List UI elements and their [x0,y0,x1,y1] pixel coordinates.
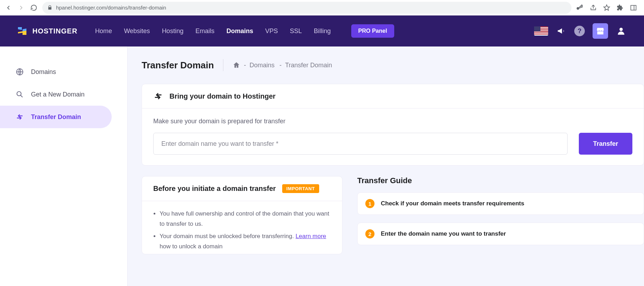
input-row: Transfer [153,133,632,155]
home-icon[interactable] [233,61,240,69]
store-icon[interactable] [593,23,608,39]
guide-title: Transfer Guide [357,176,644,185]
two-col: Before you initiate a domain transfer IM… [142,176,644,254]
crumb-transfer: Transfer Domain [285,62,332,69]
sidebar-label: Transfer Domain [31,113,81,121]
guide-step-2[interactable]: 2 Enter the domain name you want to tran… [357,223,644,245]
before-card: Before you initiate a domain transfer IM… [142,176,342,254]
sidebar-item-get-new-domain[interactable]: Get a New Domain [0,83,112,106]
transfer-icon [16,113,24,121]
browser-forward-button[interactable] [17,4,25,12]
browser-address-bar[interactable]: hpanel.hostinger.com/domains/transfer-do… [42,2,571,14]
guide-step-1[interactable]: 1 Check if your domain meets transfer re… [357,192,644,215]
nav-links: Home Websites Hosting Emails Domains VPS… [95,27,331,35]
profile-icon[interactable] [616,26,626,36]
bullet-1: You have full ownership and control of t… [160,209,331,229]
learn-more-link[interactable]: Learn more [296,233,326,240]
svg-point-3 [619,28,623,31]
share-icon[interactable] [590,4,597,11]
card-hint: Make sure your domain is prepared for tr… [153,118,632,125]
logo-icon [17,26,27,36]
lock-icon [47,5,52,10]
step-number: 1 [365,199,374,208]
guide-text: Enter the domain name you want to transf… [381,230,506,237]
search-icon [16,90,24,99]
star-icon[interactable] [603,4,610,11]
brand-name: HOSTINGER [32,27,78,35]
globe-icon [16,68,24,76]
sidebar: Domains Get a New Domain Transfer Domain [0,46,128,286]
browser-reload-button[interactable] [30,4,38,12]
sidebar-item-domains[interactable]: Domains [0,61,112,83]
nav-emails[interactable]: Emails [196,27,215,35]
main-content: Transfer Domain - Domains - Transfer Dom… [128,46,644,286]
step-number: 2 [365,229,374,238]
bullet-2: Your domain must be unlocked before tran… [160,231,331,252]
browser-url: hpanel.hostinger.com/domains/transfer-do… [56,5,166,11]
before-header: Before you initiate a domain transfer IM… [142,176,342,201]
guide-text: Check if your domain meets transfer requ… [381,200,524,207]
sidebar-label: Get a New Domain [31,91,85,98]
browser-toolbar-icons [576,4,640,12]
breadcrumb: - Domains - Transfer Domain [223,59,332,71]
browser-chrome: hpanel.hostinger.com/domains/transfer-do… [0,0,644,15]
layout: Domains Get a New Domain Transfer Domain… [0,46,644,286]
crumb-sep: - [244,62,246,69]
locale-flag-us[interactable] [534,26,548,36]
logo[interactable]: HOSTINGER [17,26,78,36]
announcement-icon[interactable] [556,26,566,36]
topnav-right: ? [534,23,626,39]
nav-hosting[interactable]: Hosting [162,27,184,35]
transfer-card: Bring your domain to Hostinger Make sure… [142,84,644,166]
crumb-domains[interactable]: Domains [249,62,274,69]
nav-ssl[interactable]: SSL [290,27,302,35]
transfer-button[interactable]: Transfer [579,133,632,155]
extensions-icon[interactable] [617,4,624,11]
nav-billing[interactable]: Billing [314,27,331,35]
sidebar-item-transfer-domain[interactable]: Transfer Domain [0,106,112,128]
panel-icon[interactable] [630,4,637,11]
card-title: Bring your domain to Hostinger [169,92,275,100]
domain-input[interactable] [153,133,568,155]
svg-point-5 [17,92,21,96]
nav-websites[interactable]: Websites [124,27,150,35]
before-title: Before you initiate a domain transfer [153,185,276,193]
nav-domains[interactable]: Domains [227,27,253,35]
crumb-sep: - [279,62,281,69]
card-header: Bring your domain to Hostinger [142,84,644,108]
card-body: Make sure your domain is prepared for tr… [142,108,644,165]
important-badge: IMPORTANT [282,184,319,193]
page-header: Transfer Domain - Domains - Transfer Dom… [142,59,644,71]
nav-home[interactable]: Home [95,27,112,35]
nav-vps[interactable]: VPS [265,27,278,35]
top-nav: HOSTINGER Home Websites Hosting Emails D… [0,15,644,46]
transfer-arrows-icon [153,91,163,101]
before-bullets: You have full ownership and control of t… [142,201,342,252]
svg-rect-1 [631,5,636,10]
browser-back-button[interactable] [4,4,13,12]
page-title: Transfer Domain [142,60,214,71]
help-icon[interactable]: ? [574,26,585,36]
key-icon[interactable] [576,4,583,12]
sidebar-label: Domains [31,68,56,76]
pro-panel-button[interactable]: PRO Panel [351,24,394,38]
